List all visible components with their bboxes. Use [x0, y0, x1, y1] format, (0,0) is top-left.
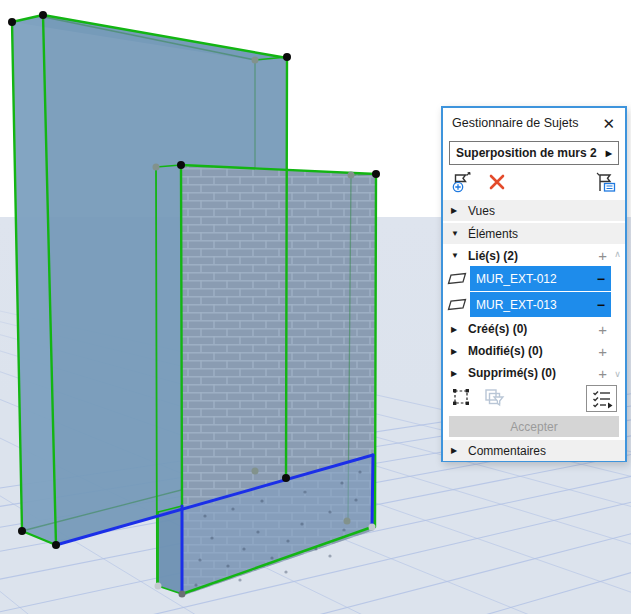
chevron-right-icon: ▶: [451, 369, 460, 378]
add-modified-button[interactable]: +: [598, 344, 607, 359]
chevron-down-icon: ▼: [451, 251, 460, 260]
group-deleted[interactable]: ▶ Supprimé(s) (0) +: [443, 362, 625, 384]
add-linked-button[interactable]: +: [598, 248, 607, 263]
group-linked-label: Lié(s) (2): [468, 249, 590, 263]
list-scrollbar[interactable]: ∧ ∨: [611, 245, 624, 383]
section-vues[interactable]: ▶ Vues: [443, 200, 625, 221]
panel-toolbar: [443, 167, 625, 199]
remove-item-button[interactable]: −: [597, 297, 605, 313]
panel-title: Gestionnaire de Sujets: [452, 116, 601, 130]
remove-item-button[interactable]: −: [597, 271, 605, 287]
panel-bottom-padding: [443, 462, 625, 464]
group-created[interactable]: ▶ Créé(s) (0) +: [443, 318, 625, 340]
list-item-wall-013[interactable]: MUR_EXT-013 −: [443, 292, 611, 317]
chevron-down-icon: ▼: [451, 229, 460, 238]
chevron-right-icon: ▶: [606, 149, 612, 158]
section-vues-label: Vues: [468, 204, 495, 218]
group-modified[interactable]: ▶ Modifié(s) (0) +: [443, 340, 625, 362]
scroll-up-icon[interactable]: ∧: [614, 249, 621, 259]
detail-list-button[interactable]: [586, 385, 617, 412]
chevron-right-icon: ▶: [451, 347, 460, 356]
section-elements[interactable]: ▼ Éléments: [443, 223, 625, 244]
group-linked[interactable]: ▼ Lié(s) (2) +: [443, 245, 625, 266]
marquee-select-icon[interactable]: [451, 387, 471, 410]
add-deleted-button[interactable]: +: [598, 366, 607, 381]
topic-manager-panel: Gestionnaire de Sujets ✕ Superposition d…: [441, 106, 627, 462]
elements-list: ▼ Lié(s) (2) + MUR_EXT-012 −: [443, 245, 625, 383]
chevron-right-icon: ▶: [451, 206, 460, 215]
accept-button[interactable]: Accepter: [449, 416, 619, 437]
wall-item-name: MUR_EXT-013: [476, 298, 597, 312]
section-elements-label: Éléments: [468, 227, 518, 241]
group-created-label: Créé(s) (0): [468, 322, 590, 336]
add-created-button[interactable]: +: [598, 322, 607, 337]
app-window: Gestionnaire de Sujets ✕ Superposition d…: [0, 0, 631, 614]
topic-selector-value: Superposition de murs 2: [456, 146, 606, 160]
wall-icon: [443, 292, 470, 317]
wall-item-name: MUR_EXT-012: [476, 272, 597, 286]
add-topic-icon[interactable]: [451, 171, 473, 196]
chevron-right-icon: ▶: [451, 325, 460, 334]
panel-titlebar: Gestionnaire de Sujets ✕: [443, 108, 625, 138]
group-deleted-label: Supprimé(s) (0): [468, 366, 590, 380]
topic-selector[interactable]: Superposition de murs 2 ▶: [449, 141, 619, 165]
group-modified-label: Modifié(s) (0): [468, 344, 590, 358]
close-icon[interactable]: ✕: [601, 116, 616, 131]
section-commentaires[interactable]: ▶ Commentaires: [443, 440, 625, 461]
topic-info-icon[interactable]: [595, 171, 617, 196]
delete-topic-icon[interactable]: [487, 172, 507, 195]
wall-icon: [443, 266, 470, 291]
chevron-right-icon: ▶: [451, 446, 460, 455]
section-commentaires-label: Commentaires: [468, 444, 546, 458]
filter-icon: [483, 386, 505, 411]
list-item-wall-012[interactable]: MUR_EXT-012 −: [443, 266, 611, 291]
panel-footer-toolbar: [443, 383, 625, 414]
scroll-down-icon[interactable]: ∨: [614, 369, 621, 379]
